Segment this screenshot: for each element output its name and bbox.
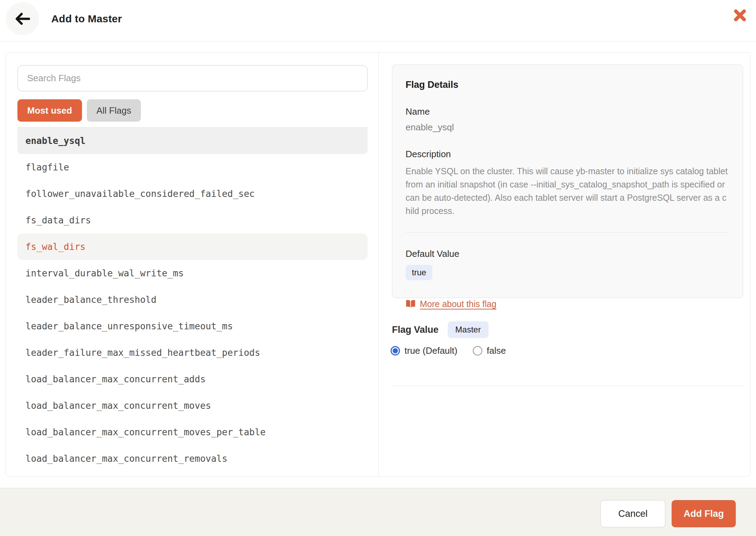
- details-panel: Flag Details Name enable_ysql Descriptio…: [379, 53, 750, 476]
- flag-value-label: Flag Value: [392, 324, 439, 335]
- description-label: Description: [406, 149, 729, 160]
- flag-row-enable-ysql[interactable]: enable_ysql: [17, 128, 368, 154]
- flag-list: enable_ysql flagfile follower_unavailabl…: [17, 127, 368, 472]
- flag-row-lb-concurrent-moves[interactable]: load_balancer_max_concurrent_moves: [17, 392, 368, 419]
- flag-row-flagfile[interactable]: flagfile: [17, 154, 368, 181]
- name-label: Name: [406, 106, 729, 117]
- flag-row-interval-durable-wal[interactable]: interval_durable_wal_write_ms: [17, 260, 368, 286]
- default-value-label: Default Value: [406, 248, 729, 259]
- flag-row-lb-concurrent-adds[interactable]: load_balancer_max_concurrent_adds: [17, 366, 368, 392]
- more-about-flag-link[interactable]: More about this flag: [406, 299, 497, 309]
- details-divider: [406, 232, 729, 232]
- flag-details-title: Flag Details: [406, 79, 729, 90]
- cancel-button[interactable]: Cancel: [600, 500, 665, 527]
- radio-selected-icon: [391, 346, 400, 355]
- filter-most-used[interactable]: Most used: [17, 99, 82, 122]
- radio-option-false[interactable]: false: [473, 345, 506, 356]
- modal-header: Add to Master: [0, 0, 756, 41]
- flag-row-fs-data-dirs[interactable]: fs_data_dirs: [17, 207, 368, 233]
- flag-row-lb-moves-per-table[interactable]: load_balancer_max_concurrent_moves_per_t…: [17, 419, 368, 445]
- flag-row-follower-unavailable[interactable]: follower_unavailable_considered_failed_s…: [17, 181, 368, 207]
- filter-all-flags[interactable]: All Flags: [87, 99, 141, 122]
- more-about-flag-label: More about this flag: [420, 299, 497, 309]
- flag-row-lb-concurrent-removals[interactable]: load_balancer_max_concurrent_removals: [17, 445, 368, 472]
- flag-row-leader-balance-unresponsive[interactable]: leader_balance_unresponsive_timeout_ms: [17, 313, 368, 339]
- name-value: enable_ysql: [406, 122, 729, 133]
- modal-body: Most used All Flags enable_ysql flagfile…: [6, 52, 750, 477]
- flag-details-card: Flag Details Name enable_ysql Descriptio…: [392, 64, 743, 298]
- flag-row-leader-balance-threshold[interactable]: leader_balance_threshold: [17, 286, 368, 313]
- open-book-icon: [406, 300, 416, 308]
- page-title: Add to Master: [51, 0, 122, 38]
- search-input[interactable]: [17, 65, 368, 91]
- radio-unselected-icon: [473, 346, 482, 355]
- flag-row-leader-failure-heartbeat[interactable]: leader_failure_max_missed_heartbeat_peri…: [17, 339, 368, 366]
- default-value-badge: true: [406, 265, 432, 280]
- flag-value-options: true (Default) false: [391, 345, 506, 356]
- flag-value-row: Flag Value Master: [392, 319, 489, 340]
- radio-option-true[interactable]: true (Default): [391, 345, 458, 356]
- scope-badge-master: Master: [448, 321, 489, 338]
- close-icon: [733, 9, 747, 22]
- modal-footer: Cancel Add Flag: [0, 488, 756, 536]
- flag-row-fs-wal-dirs[interactable]: fs_wal_dirs: [17, 233, 368, 260]
- radio-option-false-label: false: [487, 345, 506, 356]
- back-button[interactable]: [6, 2, 39, 35]
- arrow-left-icon: [15, 13, 31, 25]
- add-flag-button[interactable]: Add Flag: [672, 500, 736, 527]
- flag-value-divider: [392, 386, 743, 386]
- close-button[interactable]: [732, 8, 748, 23]
- filter-toggle: Most used All Flags: [17, 99, 141, 122]
- radio-option-true-label: true (Default): [405, 345, 458, 356]
- description-text: Enable YSQL on the cluster. This will ca…: [406, 164, 729, 217]
